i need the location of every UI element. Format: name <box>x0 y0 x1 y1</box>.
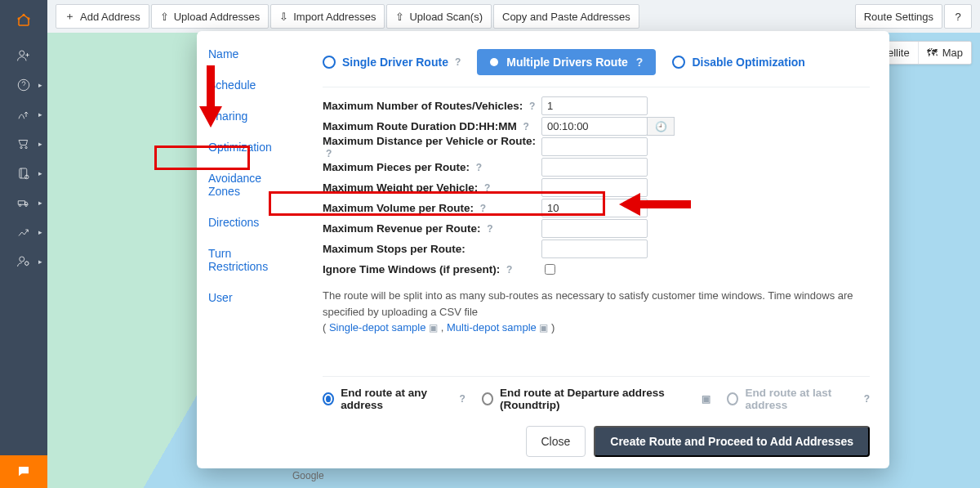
max-routes-input[interactable] <box>541 96 648 115</box>
nav-fleet-icon[interactable]: ▸ <box>0 188 47 217</box>
tab-turn-restrictions[interactable]: Turn Restrictions <box>208 247 292 273</box>
max-duration-input[interactable] <box>541 117 648 136</box>
max-pieces-input[interactable] <box>541 158 648 177</box>
max-revenue-input[interactable] <box>541 219 648 238</box>
route-type-selector: Single Driver Route? Multiple Drivers Ro… <box>323 49 870 87</box>
help-icon[interactable]: ? <box>476 162 482 173</box>
nav-usersettings-icon[interactable]: ▸ <box>0 247 47 276</box>
svg-point-2 <box>28 17 30 20</box>
radio-multiple-drivers[interactable]: Multiple Drivers Route? <box>477 49 656 75</box>
radio-end-departure[interactable]: End route at Departure address (Roundtri… <box>482 387 710 411</box>
modal-sidebar: Name Schedule Sharing Optimization Avoid… <box>197 31 303 468</box>
max-weight-label: Maximum Weight per Vehicle: ? <box>323 181 541 194</box>
help-icon[interactable]: ? <box>455 56 461 68</box>
multi-depot-sample-link[interactable]: Multi-depot sample <box>447 321 537 334</box>
tab-optimization[interactable]: Optimization <box>208 141 292 154</box>
tab-directions[interactable]: Directions <box>208 216 292 229</box>
help-icon[interactable]: ? <box>459 393 465 405</box>
svg-point-8 <box>20 257 24 262</box>
ignore-tw-checkbox[interactable] <box>545 264 555 275</box>
left-nav: ▸ ▸ ▸ ▸ ▸ ▸ ▸ <box>0 0 47 488</box>
modal-footer: Close Create Route and Proceed to Add Ad… <box>323 421 870 457</box>
max-routes-label: Maximum Number of Routes/Vehicles: ? <box>323 100 541 112</box>
help-icon[interactable]: ? <box>506 264 512 275</box>
max-stops-input[interactable] <box>541 240 648 258</box>
modal-content: Single Driver Route? Multiple Drivers Ro… <box>303 31 889 468</box>
nav-analytics-icon[interactable]: ▸ <box>0 217 47 247</box>
help-icon[interactable]: ? <box>529 101 535 112</box>
end-route-group: End route at any address ? End route at … <box>323 376 870 421</box>
help-icon[interactable]: ? <box>523 121 529 132</box>
help-icon[interactable]: ? <box>864 393 870 405</box>
svg-point-5 <box>20 146 22 148</box>
time-picker-button[interactable]: 🕘 <box>647 117 675 136</box>
help-icon[interactable]: ? <box>326 148 332 159</box>
max-revenue-label: Maximum Revenue per Route: ? <box>323 222 541 235</box>
max-stops-label: Maximum Stops per Route: <box>323 243 541 255</box>
radio-icon <box>482 392 493 405</box>
download-icon[interactable]: ▣ <box>702 393 710 405</box>
radio-icon <box>727 392 738 405</box>
max-volume-label: Maximum Volume per Route: ? <box>323 202 541 214</box>
clock-sun-icon: 🕘 <box>655 121 667 132</box>
svg-point-3 <box>20 51 24 56</box>
download-icon[interactable]: ▣ <box>429 322 438 334</box>
radio-icon <box>323 56 336 69</box>
tab-name[interactable]: Name <box>208 47 292 60</box>
nav-addressbook-icon[interactable]: ▸ <box>0 159 47 188</box>
help-icon[interactable]: ? <box>487 223 492 235</box>
radio-end-any[interactable]: End route at any address ? <box>323 387 466 411</box>
help-icon[interactable]: ? <box>484 182 490 194</box>
main-area: ＋Add Address ⇧Upload Addresses ⇩Import A… <box>47 0 980 488</box>
download-icon[interactable]: ▣ <box>539 322 548 334</box>
max-distance-input[interactable] <box>541 137 648 156</box>
tab-avoidance-zones[interactable]: Avoidance Zones <box>208 172 292 198</box>
optimization-form: Maximum Number of Routes/Vehicles: ? Max… <box>323 96 870 280</box>
nav-routes-icon[interactable]: ▸ <box>0 100 47 129</box>
max-volume-input[interactable] <box>541 199 648 217</box>
nav-cart-icon[interactable]: ▸ <box>0 129 47 159</box>
route-settings-modal: Name Schedule Sharing Optimization Avoid… <box>197 31 889 468</box>
max-weight-input[interactable] <box>541 178 648 197</box>
radio-end-last[interactable]: End route at last address ? <box>727 387 870 411</box>
max-duration-label: Maximum Route Duration DD:HH:MM ? <box>323 120 541 132</box>
tab-sharing[interactable]: Sharing <box>208 110 292 123</box>
create-route-button[interactable]: Create Route and Proceed to Add Addresse… <box>594 426 870 457</box>
nav-help-icon[interactable]: ▸ <box>0 70 47 100</box>
radio-icon <box>323 392 334 405</box>
svg-point-0 <box>23 14 25 16</box>
radio-icon <box>672 56 685 69</box>
tab-schedule[interactable]: Schedule <box>208 78 292 92</box>
max-distance-label: Maximum Distance per Vehicle or Route: ? <box>323 135 541 159</box>
max-pieces-label: Maximum Pieces per Route: ? <box>323 161 541 173</box>
close-button[interactable]: Close <box>526 426 586 457</box>
radio-single-driver[interactable]: Single Driver Route? <box>323 56 461 69</box>
chat-icon[interactable] <box>0 455 47 488</box>
radio-selected-icon <box>490 58 498 66</box>
time-windows-hint: The route will be split into as many sub… <box>323 288 870 336</box>
tab-user[interactable]: User <box>208 291 292 304</box>
help-icon[interactable]: ? <box>636 56 644 69</box>
ignore-tw-label: Ignore Time Windows (if present): ? <box>323 263 541 275</box>
radio-disable-optimization[interactable]: Disable Optimization <box>672 56 804 69</box>
app-logo <box>0 0 47 41</box>
svg-point-1 <box>18 17 20 20</box>
single-depot-sample-link[interactable]: Single-depot sample <box>329 321 426 334</box>
svg-rect-7 <box>20 168 27 178</box>
nav-users-icon[interactable] <box>0 41 47 70</box>
help-icon[interactable]: ? <box>480 203 486 214</box>
svg-point-6 <box>25 146 27 148</box>
